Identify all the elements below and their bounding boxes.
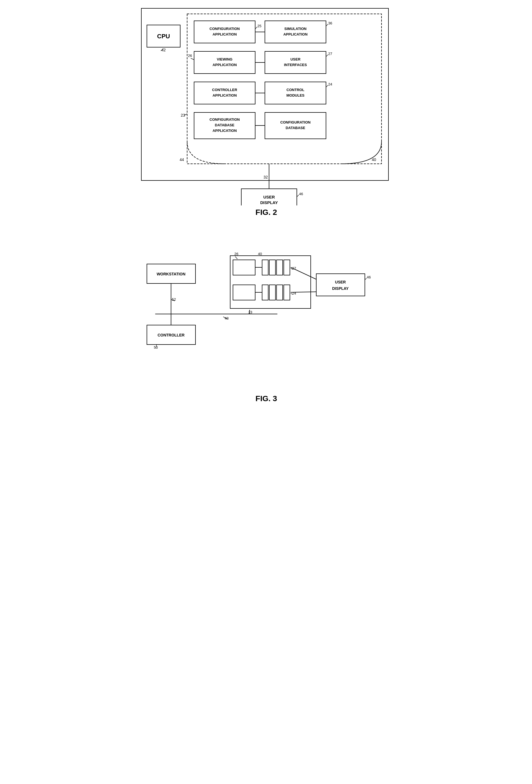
svg-text:27: 27 bbox=[328, 52, 332, 56]
svg-text:CONTROL: CONTROL bbox=[286, 88, 304, 92]
svg-text:24: 24 bbox=[292, 291, 296, 296]
svg-text:VIEWING: VIEWING bbox=[217, 57, 232, 61]
svg-rect-96 bbox=[316, 274, 365, 296]
svg-text:DISPLAY: DISPLAY bbox=[260, 200, 278, 205]
svg-text:46: 46 bbox=[367, 275, 371, 279]
fig3-svg: WORKSTATION 52 48 CONTROLLER 50 bbox=[139, 231, 394, 392]
svg-text:44: 44 bbox=[180, 158, 184, 162]
svg-rect-88 bbox=[277, 285, 283, 300]
svg-text:INTERFACES: INTERFACES bbox=[284, 63, 307, 67]
svg-text:MODULES: MODULES bbox=[286, 93, 305, 97]
svg-text:48: 48 bbox=[225, 316, 228, 320]
svg-rect-89 bbox=[284, 285, 290, 300]
fig3-title: FIG. 3 bbox=[139, 394, 394, 403]
fig2-section: CPU 42 23 CONFIGURATION APPLICATION 25 S… bbox=[139, 5, 394, 222]
svg-text:23: 23 bbox=[248, 310, 252, 314]
svg-text:DATABASE: DATABASE bbox=[286, 126, 305, 130]
svg-line-56 bbox=[297, 195, 299, 197]
svg-text:CONTROLLER: CONTROLLER bbox=[158, 333, 185, 337]
svg-text:WORKSTATION: WORKSTATION bbox=[157, 272, 186, 276]
svg-text:APPLICATION: APPLICATION bbox=[283, 32, 307, 36]
svg-text:APPLICATION: APPLICATION bbox=[213, 63, 236, 67]
svg-text:CPU: CPU bbox=[157, 33, 170, 40]
svg-text:52: 52 bbox=[172, 297, 176, 302]
svg-rect-19 bbox=[194, 51, 255, 74]
svg-text:46: 46 bbox=[299, 192, 303, 196]
svg-text:APPLICATION: APPLICATION bbox=[213, 129, 236, 133]
svg-text:40: 40 bbox=[372, 158, 376, 162]
svg-text:32: 32 bbox=[263, 175, 268, 179]
svg-rect-80 bbox=[284, 260, 290, 275]
svg-rect-79 bbox=[277, 260, 283, 275]
svg-text:26: 26 bbox=[234, 252, 238, 256]
svg-text:50: 50 bbox=[154, 345, 158, 349]
svg-rect-14 bbox=[265, 21, 326, 43]
svg-rect-34 bbox=[265, 82, 326, 104]
svg-text:APPLICATION: APPLICATION bbox=[213, 32, 236, 36]
svg-text:24: 24 bbox=[328, 82, 332, 86]
svg-text:USER: USER bbox=[263, 195, 275, 199]
svg-text:36: 36 bbox=[328, 21, 332, 25]
svg-text:DISPLAY: DISPLAY bbox=[332, 286, 349, 291]
svg-text:USER: USER bbox=[335, 280, 346, 284]
svg-text:USER: USER bbox=[290, 57, 301, 61]
svg-text:CONFIGURATION: CONFIGURATION bbox=[280, 120, 311, 124]
svg-rect-87 bbox=[269, 285, 275, 300]
svg-text:26: 26 bbox=[188, 54, 192, 58]
svg-text:25: 25 bbox=[257, 24, 261, 28]
fig3-section: WORKSTATION 52 48 CONTROLLER 50 bbox=[139, 231, 394, 403]
svg-rect-30 bbox=[194, 82, 255, 104]
svg-rect-86 bbox=[262, 285, 268, 300]
svg-rect-84 bbox=[233, 285, 255, 300]
diagram-container: CPU 42 23 CONFIGURATION APPLICATION 25 S… bbox=[139, 5, 393, 403]
svg-rect-8 bbox=[194, 21, 255, 43]
svg-text:40: 40 bbox=[258, 252, 262, 256]
svg-text:CONFIGURATION: CONFIGURATION bbox=[209, 27, 240, 31]
svg-rect-75 bbox=[233, 260, 255, 275]
fig2-svg: CPU 42 23 CONFIGURATION APPLICATION 25 S… bbox=[139, 5, 394, 205]
svg-rect-25 bbox=[265, 51, 326, 74]
svg-rect-77 bbox=[262, 260, 268, 275]
svg-text:DATABASE: DATABASE bbox=[215, 123, 234, 127]
svg-text:CONTROLLER: CONTROLLER bbox=[212, 88, 237, 92]
svg-rect-78 bbox=[269, 260, 275, 275]
svg-text:APPLICATION: APPLICATION bbox=[213, 93, 236, 97]
fig2-title: FIG. 2 bbox=[139, 208, 394, 217]
svg-text:CONFIGURATION: CONFIGURATION bbox=[209, 117, 240, 121]
svg-text:SIMULATION: SIMULATION bbox=[284, 27, 307, 31]
